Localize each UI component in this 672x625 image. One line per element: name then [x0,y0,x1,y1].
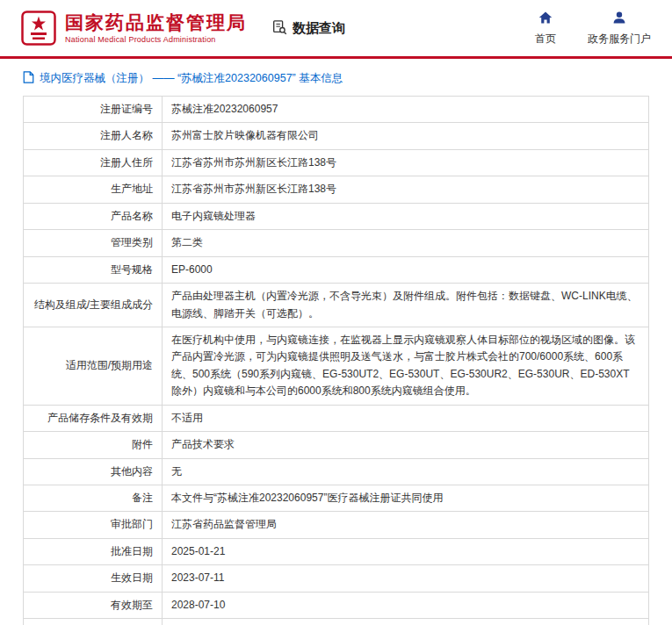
row-value: 江苏省苏州市苏州新区长江路138号 [163,176,649,203]
table-row: 结构及组成/主要组成成分 产品由处理器主机（内置冷光源，不含导光束）及附件组成。… [24,284,649,327]
table-row: 审批部门 江苏省药品监督管理局 [24,512,649,538]
row-value: 2028-07-10 [163,592,649,618]
row-value: 产品技术要求 [163,432,649,458]
document-search-icon [271,19,287,38]
row-label: 生产地址 [24,176,163,203]
row-label: 注册人名称 [24,123,163,149]
nav-item-portal[interactable]: 政务服务门户 [588,11,651,47]
nav-portal-label: 政务服务门户 [588,32,651,47]
table-row: 注册证编号 苏械注准20232060957 [24,97,649,123]
row-label: 备注 [24,485,163,512]
breadcrumb-text: 境内医疗器械（注册） —— “苏械注准20232060957” 基本信息 [40,71,343,86]
table-row: 产品名称 电子内窥镜处理器 [24,203,649,229]
row-value: 江苏省苏州市苏州新区长江路138号 [163,149,649,176]
row-label: 审批部门 [24,512,163,538]
nav-home-label: 首页 [535,32,556,47]
org-name-cn: 国家药品监督管理局 [65,12,247,32]
row-label: 变更情况 [24,619,163,625]
table-row: 附件 产品技术要求 [24,432,649,458]
registration-detail-table: 注册证编号 苏械注准20232060957 注册人名称 苏州富士胶片映像机器有限… [23,96,649,625]
table-row: 生效日期 2023-07-11 [24,565,649,592]
row-label: 注册人住所 [24,149,163,176]
row-label: 管理类别 [24,230,163,256]
row-label: 生效日期 [24,565,163,592]
table-row: 管理类别 第二类 [24,230,649,256]
table-row: 型号规格 EP-6000 [24,256,649,283]
row-value: 2025-01-21 [163,538,649,564]
table-row: 适用范围/预期用途 在医疗机构中使用，与内窥镜连接，在监视器上显示内窥镜观察人体… [24,327,649,405]
row-label: 其他内容 [24,458,163,485]
brand-title-block: 国家药品监督管理局 National Medical Products Admi… [65,12,247,44]
table-row: 备注 本文件与“苏械注准20232060957”医疗器械注册证共同使用 [24,485,649,512]
row-label: 适用范围/预期用途 [24,327,163,405]
row-label: 产品储存条件及有效期 [24,405,163,431]
row-value: 江苏省药品监督管理局 [163,512,649,538]
data-query-nav[interactable]: 数据查询 [271,19,345,38]
row-value: EP-6000 [163,256,649,283]
row-label: 附件 [24,432,163,458]
table-row: 产品储存条件及有效期 不适用 [24,405,649,431]
row-value: 电子内窥镜处理器 [163,203,649,229]
table-row: 生产地址 江苏省苏州市苏州新区长江路138号 [24,176,649,203]
table-row: 批准日期 2025-01-21 [24,538,649,564]
row-value: 苏州富士胶片映像机器有限公司 [163,123,649,149]
row-value: 2023-07-11 [163,565,649,592]
home-icon [538,11,553,32]
row-value: 在医疗机构中使用，与内窥镜连接，在监视器上显示内窥镜观察人体目标部位的视场区域的… [163,327,649,405]
row-label: 批准日期 [24,538,163,564]
table-row: 注册人住所 江苏省苏州市苏州新区长江路138号 [24,149,649,176]
page-header: 国家药品监督管理局 National Medical Products Admi… [0,0,672,56]
nav-item-home[interactable]: 首页 [535,11,556,47]
document-page-icon [23,71,34,86]
row-value: 2025-01-21适用范围变更由“在医疗机构中使用，与内窥镜连接，在监视器上显… [163,619,649,625]
data-query-label: 数据查询 [293,20,345,37]
table-row: 注册人名称 苏州富士胶片映像机器有限公司 [24,123,649,149]
breadcrumb: 境内医疗器械（注册） —— “苏械注准20232060957” 基本信息 [0,59,672,96]
detail-table-wrap: 注册证编号 苏械注准20232060957 注册人名称 苏州富士胶片映像机器有限… [0,96,672,625]
row-label: 注册证编号 [24,97,163,123]
table-row: 其他内容 无 [24,458,649,485]
table-row: 变更情况 2025-01-21适用范围变更由“在医疗机构中使用，与内窥镜连接，在… [24,619,649,625]
row-value: 第二类 [163,230,649,256]
row-value: 不适用 [163,405,649,431]
row-label: 结构及组成/主要组成成分 [24,284,163,327]
row-value: 无 [163,458,649,485]
user-icon [612,11,626,32]
table-row: 有效期至 2028-07-10 [24,592,649,618]
row-label: 有效期至 [24,592,163,618]
row-value: 本文件与“苏械注准20232060957”医疗器械注册证共同使用 [163,485,649,512]
row-value: 产品由处理器主机（内置冷光源，不含导光束）及附件组成。附件包括：数据键盘、WC-… [163,284,649,327]
row-label: 产品名称 [24,203,163,229]
org-name-en: National Medical Products Administration [65,35,247,44]
row-value: 苏械注准20232060957 [163,97,649,123]
national-emblem-logo [21,11,56,46]
row-label: 型号规格 [24,256,163,283]
